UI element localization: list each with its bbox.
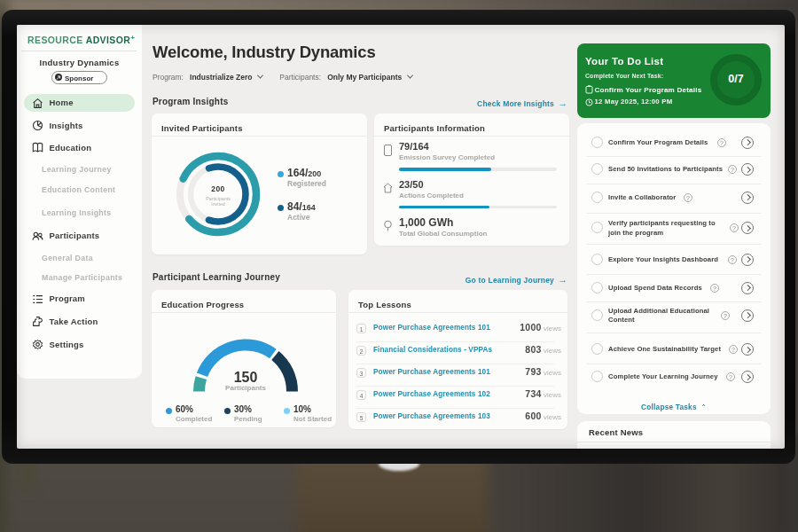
svg-text:Invited: Invited	[211, 201, 225, 207]
svg-text:200: 200	[211, 184, 225, 193]
svg-text:Participants: Participants	[206, 196, 231, 201]
